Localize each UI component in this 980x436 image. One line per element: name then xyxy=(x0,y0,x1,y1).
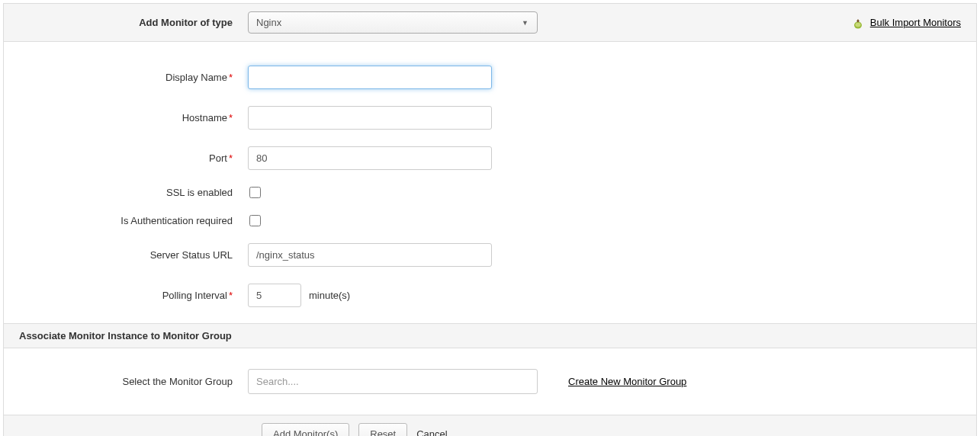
required-mark: * xyxy=(229,290,233,301)
display-name-input[interactable] xyxy=(248,66,492,89)
bag-icon xyxy=(852,17,864,29)
bulk-import-link[interactable]: Bulk Import Monitors xyxy=(870,17,961,28)
hostname-input[interactable] xyxy=(248,106,492,130)
hostname-label: Hostname* xyxy=(19,112,248,123)
footer-bar: Add Monitor(s) Reset Cancel xyxy=(4,415,976,436)
status-url-label: Server Status URL xyxy=(19,249,248,261)
display-name-row: Display Name* xyxy=(4,57,976,98)
required-mark: * xyxy=(229,112,233,123)
svg-point-2 xyxy=(857,20,859,21)
ssl-row: SSL is enabled xyxy=(4,178,976,207)
monitor-group-row: Select the Monitor Group Create New Moni… xyxy=(4,361,976,402)
header-title: Add Monitor of type xyxy=(19,17,248,28)
required-mark: * xyxy=(229,72,233,83)
required-mark: * xyxy=(229,152,233,164)
monitor-type-select-wrapper: Nginx xyxy=(248,11,538,34)
polling-input[interactable] xyxy=(248,284,301,307)
polling-suffix: minute(s) xyxy=(309,290,350,301)
header-bar: Add Monitor of type Nginx Bulk Import Mo… xyxy=(4,4,976,42)
add-monitors-button[interactable]: Add Monitor(s) xyxy=(262,423,349,436)
port-input[interactable] xyxy=(248,146,492,170)
reset-button[interactable]: Reset xyxy=(358,423,407,436)
hostname-row: Hostname* xyxy=(4,98,976,138)
form-body: Display Name* Hostname* Port* SSL is ena… xyxy=(4,42,976,323)
bulk-import-area: Bulk Import Monitors xyxy=(852,17,961,29)
auth-label: Is Authentication required xyxy=(19,215,248,226)
svg-point-1 xyxy=(855,22,860,27)
polling-label: Polling Interval* xyxy=(19,290,248,301)
auth-row: Is Authentication required xyxy=(4,207,976,235)
ssl-checkbox[interactable] xyxy=(249,187,261,198)
ssl-label: SSL is enabled xyxy=(19,187,248,198)
monitor-group-label: Select the Monitor Group xyxy=(19,376,248,387)
group-section: Select the Monitor Group Create New Moni… xyxy=(4,348,976,415)
display-name-label: Display Name* xyxy=(19,72,248,83)
auth-checkbox[interactable] xyxy=(249,215,261,226)
create-monitor-group-link[interactable]: Create New Monitor Group xyxy=(568,376,686,387)
monitor-group-search[interactable] xyxy=(248,369,538,394)
status-url-input[interactable] xyxy=(248,243,492,267)
status-url-row: Server Status URL xyxy=(4,235,976,275)
group-section-header: Associate Monitor Instance to Monitor Gr… xyxy=(4,323,976,348)
port-label: Port* xyxy=(19,152,248,164)
form-container: Add Monitor of type Nginx Bulk Import Mo… xyxy=(3,3,977,436)
port-row: Port* xyxy=(4,138,976,178)
polling-row: Polling Interval* minute(s) xyxy=(4,275,976,316)
monitor-type-select[interactable]: Nginx xyxy=(248,11,538,34)
cancel-link[interactable]: Cancel xyxy=(416,428,447,436)
